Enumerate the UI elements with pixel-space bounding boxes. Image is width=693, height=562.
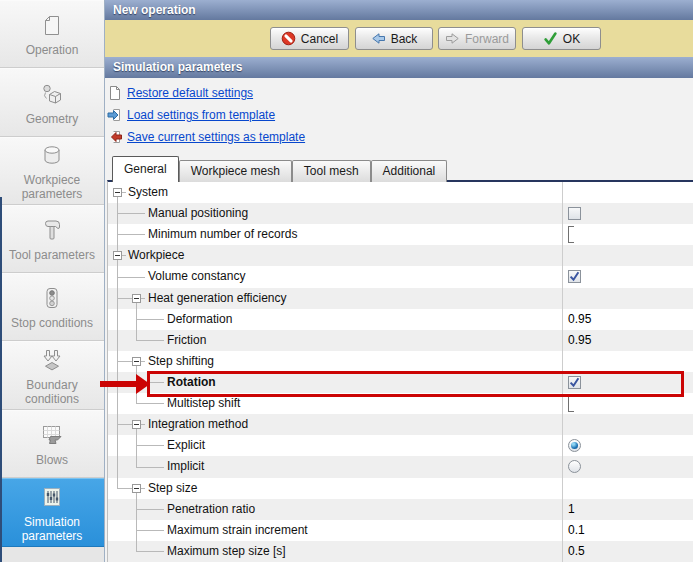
sidebar-item-geometry[interactable]: Geometry bbox=[0, 68, 104, 137]
implicit-radio[interactable] bbox=[568, 460, 581, 473]
value-column-separator bbox=[562, 182, 563, 562]
sidebar-item-workpiece-parameters[interactable]: Workpiece parameters bbox=[0, 137, 104, 205]
link-load-settings-from-template[interactable]: Load settings from template bbox=[107, 105, 275, 125]
sidebar-item-simulation-parameters[interactable]: Simulation parameters bbox=[0, 478, 104, 547]
cancel-button[interactable]: Cancel bbox=[270, 27, 349, 50]
tree-connector-line bbox=[136, 492, 137, 499]
tree-connector-line bbox=[136, 330, 137, 340]
tree-connector-line bbox=[117, 478, 118, 488]
friction-value: 0.95 bbox=[568, 330, 591, 351]
radio-dot bbox=[571, 442, 578, 449]
save-arrow-icon bbox=[107, 129, 123, 145]
back-arrow-icon bbox=[371, 31, 386, 46]
tree-collapse-toggle[interactable] bbox=[113, 251, 122, 260]
tree-item-label: System bbox=[128, 182, 168, 203]
volume-constancy-checkbox[interactable] bbox=[568, 270, 581, 283]
sidebar-item-operation[interactable]: Operation bbox=[0, 0, 104, 68]
tree-connector-line bbox=[117, 330, 118, 351]
button-label: OK bbox=[563, 32, 580, 46]
tree-row-explicit[interactable]: Explicit bbox=[108, 435, 693, 456]
tree-collapse-toggle[interactable] bbox=[132, 484, 141, 493]
tree-connector-line bbox=[136, 365, 137, 372]
tree-connector-line bbox=[136, 302, 137, 309]
link-label[interactable]: Save current settings as template bbox=[127, 130, 305, 144]
load-arrow-icon bbox=[107, 107, 123, 123]
multistep-shift-input[interactable] bbox=[568, 395, 574, 412]
tree-row-system[interactable]: System bbox=[108, 182, 693, 203]
tab-additional[interactable]: Additional bbox=[371, 160, 448, 182]
tree-item-label: Deformation bbox=[167, 309, 232, 330]
sidebar-item-label: Simulation parameters bbox=[6, 515, 98, 543]
tree-connector-line bbox=[136, 541, 137, 551]
tree-connector-line bbox=[117, 393, 118, 414]
tree-item-label: Step shifting bbox=[148, 351, 214, 372]
tree-collapse-toggle[interactable] bbox=[132, 420, 141, 429]
back-button[interactable]: Back bbox=[355, 27, 433, 50]
rotation-checkbox[interactable] bbox=[568, 376, 581, 389]
ok-check-icon bbox=[543, 31, 558, 46]
tree-item-label: Minimum number of records bbox=[148, 224, 297, 245]
tree-row-deformation[interactable]: Deformation0.95 bbox=[108, 309, 693, 330]
sidebar-item-label: Workpiece parameters bbox=[6, 173, 98, 201]
tab-workpiece-mesh[interactable]: Workpiece mesh bbox=[179, 160, 292, 182]
tree-row-step-size[interactable]: Step size bbox=[108, 478, 693, 499]
boundary-conditions-icon bbox=[39, 346, 65, 374]
tree-row-maximum-step-size-s-[interactable]: Maximum step size [s]0.5 bbox=[108, 541, 693, 562]
tree-collapse-toggle[interactable] bbox=[113, 188, 122, 197]
tree-row-penetration-ratio[interactable]: Penetration ratio1 bbox=[108, 499, 693, 520]
tree-connector-tick bbox=[136, 382, 164, 383]
tab-tool-mesh[interactable]: Tool mesh bbox=[292, 160, 371, 182]
tree-row-multistep-shift[interactable]: Multistep shift bbox=[108, 393, 693, 414]
minimum-number-of-records-input[interactable] bbox=[568, 226, 574, 243]
tree-item-label: Integration method bbox=[148, 414, 248, 435]
tree-connector-tick bbox=[136, 530, 164, 531]
page-icon bbox=[107, 85, 123, 101]
tree-row-heat-generation-efficiency[interactable]: Heat generation efficiency bbox=[108, 288, 693, 309]
tree-row-integration-method[interactable]: Integration method bbox=[108, 414, 693, 435]
tree-row-rotation[interactable]: Rotation bbox=[108, 372, 693, 393]
link-save-current-settings-as-template[interactable]: Save current settings as template bbox=[107, 127, 305, 147]
tree-item-label: Heat generation efficiency bbox=[148, 288, 287, 309]
tree-item-label: Rotation bbox=[167, 372, 216, 393]
maximum-strain-increment-value: 0.1 bbox=[568, 520, 585, 541]
link-label[interactable]: Load settings from template bbox=[127, 108, 275, 122]
tree-connector-tick bbox=[136, 509, 164, 510]
tree-item-label: Maximum strain increment bbox=[167, 520, 308, 541]
tree-connector-line bbox=[117, 456, 118, 478]
link-restore-default-settings[interactable]: Restore default settings bbox=[107, 83, 253, 103]
tree-connector-tick bbox=[136, 403, 164, 404]
tree-row-implicit[interactable]: Implicit bbox=[108, 456, 693, 478]
link-label[interactable]: Restore default settings bbox=[127, 86, 253, 100]
sidebar-item-boundary-conditions[interactable]: Boundary conditions bbox=[0, 341, 104, 410]
tree-collapse-toggle[interactable] bbox=[132, 294, 141, 303]
application-window: OperationGeometryWorkpiece parametersToo… bbox=[0, 0, 693, 562]
explicit-radio[interactable] bbox=[568, 439, 581, 452]
tree-row-volume-constancy[interactable]: Volume constancy bbox=[108, 266, 693, 288]
dialog-title: New operation bbox=[113, 3, 196, 17]
dialog-titlebar: New operation bbox=[105, 0, 693, 20]
tree-row-maximum-strain-increment[interactable]: Maximum strain increment0.1 bbox=[108, 520, 693, 541]
sidebar-item-blows[interactable]: Blows bbox=[0, 410, 104, 478]
tree-item-label: Manual positioning bbox=[148, 203, 248, 224]
tree-row-workpiece[interactable]: Workpiece bbox=[108, 245, 693, 266]
tree-row-friction[interactable]: Friction0.95 bbox=[108, 330, 693, 351]
sidebar-item-tool-parameters[interactable]: Tool parameters bbox=[0, 205, 104, 273]
tree-row-minimum-number-of-records[interactable]: Minimum number of records bbox=[108, 224, 693, 245]
button-label: Forward bbox=[465, 32, 509, 46]
sidebar-item-stop-conditions[interactable]: Stop conditions bbox=[0, 273, 104, 341]
section-title: Simulation parameters bbox=[113, 60, 242, 74]
tab-general[interactable]: General bbox=[112, 156, 179, 182]
tree-item-label: Penetration ratio bbox=[167, 499, 255, 520]
forward-button[interactable]: Forward bbox=[438, 27, 516, 50]
tree-item-label: Explicit bbox=[167, 435, 205, 456]
window-edge-border bbox=[0, 197, 2, 562]
tree-connector-tick bbox=[117, 213, 145, 214]
sidebar-item-label: Blows bbox=[6, 453, 98, 467]
tree-row-manual-positioning[interactable]: Manual positioning bbox=[108, 203, 693, 224]
tree-row-step-shifting[interactable]: Step shifting bbox=[108, 351, 693, 372]
sidebar: OperationGeometryWorkpiece parametersToo… bbox=[0, 0, 105, 562]
tree-collapse-toggle[interactable] bbox=[132, 357, 141, 366]
ok-button[interactable]: OK bbox=[522, 27, 601, 50]
workpiece-icon bbox=[39, 141, 65, 169]
manual-positioning-checkbox[interactable] bbox=[568, 207, 581, 220]
